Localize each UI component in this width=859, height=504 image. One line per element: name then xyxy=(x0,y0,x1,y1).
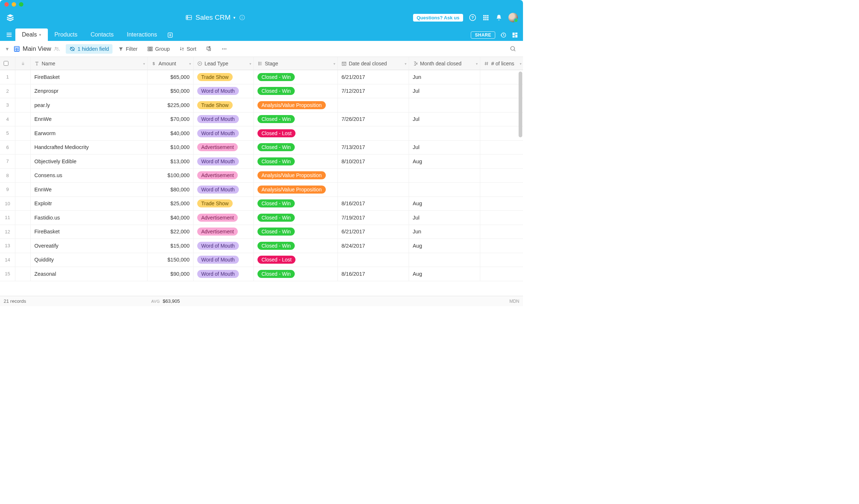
cell-lead-type[interactable]: Word of Mouth xyxy=(194,126,254,141)
cell-stage[interactable]: Closed - Win xyxy=(254,70,338,84)
cell-licenses[interactable] xyxy=(480,112,523,127)
cell-stage[interactable]: Closed - Win xyxy=(254,84,338,99)
cell-stage[interactable]: Closed - Win xyxy=(254,141,338,155)
cell-name[interactable]: Handcrafted Mediocrity xyxy=(31,141,148,155)
cell-stage[interactable]: Closed - Win xyxy=(254,267,338,281)
cell-stage[interactable]: Closed - Win xyxy=(254,211,338,225)
cell-month-closed[interactable] xyxy=(409,98,480,112)
cell-date-closed[interactable] xyxy=(338,98,409,112)
cell-licenses[interactable] xyxy=(480,169,523,183)
cell-month-closed[interactable]: Jul xyxy=(409,211,480,225)
row-number[interactable]: 8 xyxy=(0,169,15,183)
cell-stage[interactable]: Closed - Win xyxy=(254,112,338,127)
share-view-button[interactable] xyxy=(202,44,215,53)
cell-amount[interactable]: $80,000 xyxy=(148,183,194,197)
ask-us-button[interactable]: Questions? Ask us xyxy=(413,14,463,22)
cell-lead-type[interactable]: Word of Mouth xyxy=(194,183,254,197)
row-number[interactable]: 1 xyxy=(0,70,15,84)
cell-month-closed[interactable]: Aug xyxy=(409,197,480,211)
cell-stage[interactable]: Closed - Win xyxy=(254,197,338,211)
cell-date-closed[interactable]: 6/21/2017 xyxy=(338,225,409,239)
row-number[interactable]: 15 xyxy=(0,267,15,281)
cell-lead-type[interactable]: Word of Mouth xyxy=(194,253,254,267)
row-number[interactable]: 2 xyxy=(0,84,15,99)
cell-stage[interactable]: Closed - Win xyxy=(254,154,338,169)
cell-date-closed[interactable]: 8/16/2017 xyxy=(338,267,409,281)
cell-lead-type[interactable]: Advertisement xyxy=(194,169,254,183)
cell-date-closed[interactable]: 8/24/2017 xyxy=(338,239,409,253)
column-header--of-licens[interactable]: # of licens▾ xyxy=(480,57,523,70)
cell-month-closed[interactable]: Jun xyxy=(409,70,480,84)
column-header-lead-type[interactable]: Lead Type▾ xyxy=(194,57,254,70)
tab-deals[interactable]: Deals▾ xyxy=(15,28,48,41)
cell-licenses[interactable] xyxy=(480,197,523,211)
blocks-icon[interactable] xyxy=(511,31,519,39)
row-expand-cell[interactable] xyxy=(15,225,31,239)
cell-amount[interactable]: $40,000 xyxy=(148,126,194,141)
cell-name[interactable]: EnnWe xyxy=(31,183,148,197)
cell-date-closed[interactable]: 7/13/2017 xyxy=(338,141,409,155)
cell-name[interactable]: Objectively Edible xyxy=(31,154,148,169)
select-all-checkbox[interactable] xyxy=(0,57,15,70)
cell-licenses[interactable] xyxy=(480,98,523,112)
cell-month-closed[interactable]: Aug xyxy=(409,154,480,169)
cell-stage[interactable]: Analysis/Value Proposition xyxy=(254,98,338,112)
history-icon[interactable] xyxy=(500,31,507,39)
cell-stage[interactable]: Closed - Win xyxy=(254,225,338,239)
cell-licenses[interactable] xyxy=(480,154,523,169)
row-number[interactable]: 10 xyxy=(0,197,15,211)
cell-name[interactable]: Zeasonal xyxy=(31,267,148,281)
row-expand-cell[interactable] xyxy=(15,183,31,197)
close-window-button[interactable] xyxy=(4,2,9,7)
tab-contacts[interactable]: Contacts xyxy=(84,28,120,41)
cell-lead-type[interactable]: Word of Mouth xyxy=(194,84,254,99)
cell-licenses[interactable] xyxy=(480,225,523,239)
cell-licenses[interactable] xyxy=(480,126,523,141)
cell-licenses[interactable] xyxy=(480,183,523,197)
summary-cell[interactable]: AVG $63,905 xyxy=(151,298,180,304)
tab-interactions[interactable]: Interactions xyxy=(120,28,164,41)
cell-date-closed[interactable] xyxy=(338,253,409,267)
cell-stage[interactable]: Closed - Lost xyxy=(254,253,338,267)
row-number[interactable]: 13 xyxy=(0,239,15,253)
sidebar-toggle-icon[interactable] xyxy=(4,31,15,41)
cell-amount[interactable]: $150,000 xyxy=(148,253,194,267)
cell-name[interactable]: Zenprospr xyxy=(31,84,148,99)
vertical-scrollbar[interactable] xyxy=(519,72,522,137)
cell-licenses[interactable] xyxy=(480,141,523,155)
cell-date-closed[interactable] xyxy=(338,126,409,141)
column-header-month-deal-closed[interactable]: Month deal closed▾ xyxy=(409,57,480,70)
cell-name[interactable]: EnnWe xyxy=(31,112,148,127)
row-expand-cell[interactable] xyxy=(15,98,31,112)
minimize-window-button[interactable] xyxy=(12,2,16,7)
cell-amount[interactable]: $15,000 xyxy=(148,239,194,253)
add-table-button[interactable] xyxy=(164,29,177,41)
cell-month-closed[interactable] xyxy=(409,169,480,183)
cell-lead-type[interactable]: Advertisement xyxy=(194,225,254,239)
cell-month-closed[interactable]: Jul xyxy=(409,84,480,99)
cell-month-closed[interactable]: Jul xyxy=(409,112,480,127)
row-expand-cell[interactable] xyxy=(15,141,31,155)
more-options-button[interactable] xyxy=(217,44,231,54)
cell-lead-type[interactable]: Trade Show xyxy=(194,197,254,211)
cell-name[interactable]: FireBasket xyxy=(31,225,148,239)
cell-name[interactable]: Fastidio.us xyxy=(31,211,148,225)
cell-name[interactable]: Earworm xyxy=(31,126,148,141)
cell-name[interactable]: Consens.us xyxy=(31,169,148,183)
cell-name[interactable]: pear.ly xyxy=(31,98,148,112)
cell-lead-type[interactable]: Word of Mouth xyxy=(194,154,254,169)
app-logo-icon[interactable] xyxy=(5,12,15,23)
cell-amount[interactable]: $13,000 xyxy=(148,154,194,169)
row-number[interactable]: 14 xyxy=(0,253,15,267)
cell-amount[interactable]: $50,000 xyxy=(148,84,194,99)
cell-month-closed[interactable]: Aug xyxy=(409,239,480,253)
base-title[interactable]: Sales CRM xyxy=(195,14,230,22)
view-switcher[interactable]: Main View xyxy=(12,43,64,54)
cell-lead-type[interactable]: Trade Show xyxy=(194,98,254,112)
cell-name[interactable]: Overeatify xyxy=(31,239,148,253)
column-header-date-deal-closed[interactable]: 31Date deal closed▾ xyxy=(338,57,409,70)
notifications-icon[interactable] xyxy=(495,14,503,21)
cell-month-closed[interactable] xyxy=(409,183,480,197)
tab-products[interactable]: Products xyxy=(48,28,84,41)
row-expand-cell[interactable] xyxy=(15,84,31,99)
